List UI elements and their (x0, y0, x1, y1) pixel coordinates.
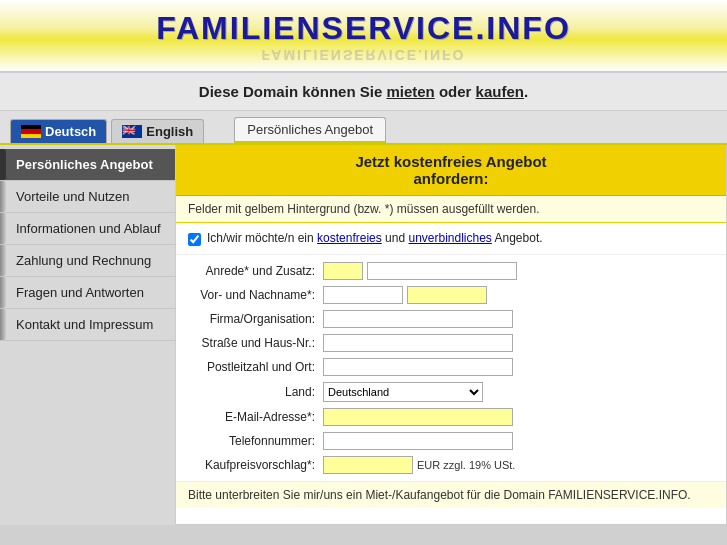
header-title: FAMILIENSERVICE.INFO (0, 10, 727, 47)
plz-input[interactable] (323, 358, 513, 376)
sidebar-item-payment[interactable]: Zahlung und Rechnung (0, 245, 175, 277)
preis-fields: EUR zzgl. 19% USt. (323, 456, 714, 474)
plz-fields (323, 358, 714, 376)
telefon-row: Telefonnummer: (188, 429, 714, 453)
firma-input[interactable] (323, 310, 513, 328)
firma-row: Firma/Organisation: (188, 307, 714, 331)
firma-fields (323, 310, 714, 328)
name-label: Vor- und Nachname*: (188, 288, 323, 302)
tagline-text-after: . (524, 83, 528, 100)
preis-label: Kaufpreisvorschlag*: (188, 458, 323, 472)
email-row: E-Mail-Adresse*: (188, 405, 714, 429)
zusatz-input[interactable] (367, 262, 517, 280)
kaufen-link[interactable]: kaufen (476, 83, 524, 100)
sidebar-item-personal-offer-label: Persönliches Angebot (16, 157, 153, 172)
tab-personal-offer[interactable]: Persönliches Angebot (234, 117, 386, 143)
tab-german-label: Deutsch (45, 124, 96, 139)
anrede-input[interactable] (323, 262, 363, 280)
telefon-fields (323, 432, 714, 450)
tagline-text-middle: oder (435, 83, 476, 100)
flag-de-icon (21, 125, 41, 138)
telefon-input[interactable] (323, 432, 513, 450)
header-reflection: FAMILIENSERVICE.INFO (0, 47, 727, 63)
strasse-input[interactable] (323, 334, 513, 352)
sidebar-item-contact[interactable]: Kontakt und Impressum (0, 309, 175, 341)
anrede-label: Anrede* und Zusatz: (188, 264, 323, 278)
form-header-line1: Jetzt kostenfreies Angebot (355, 153, 546, 170)
sidebar-item-info-label: Informationen und Ablauf (16, 221, 161, 236)
preis-suffix: EUR zzgl. 19% USt. (417, 459, 515, 471)
sidebar-item-advantages-label: Vorteile und Nutzen (16, 189, 129, 204)
land-select[interactable]: Deutschland Österreich Schweiz (323, 382, 483, 402)
flag-en-icon (122, 125, 142, 138)
kostenfreies-link[interactable]: kostenfreies (317, 231, 382, 245)
tab-english-label: English (146, 124, 193, 139)
mieten-link[interactable]: mieten (386, 83, 434, 100)
form-header: Jetzt kostenfreies Angebot anfordern: (176, 145, 726, 196)
tab-german[interactable]: Deutsch (10, 119, 107, 143)
sidebar-item-info[interactable]: Informationen und Ablauf (0, 213, 175, 245)
form-header-line2: anfordern: (414, 170, 489, 187)
site-header: FAMILIENSERVICE.INFO FAMILIENSERVICE.INF… (0, 0, 727, 73)
sidebar-item-contact-label: Kontakt und Impressum (16, 317, 153, 332)
nachname-input[interactable] (407, 286, 487, 304)
land-fields: Deutschland Österreich Schweiz (323, 382, 714, 402)
tagline-text-before: Diese Domain können Sie (199, 83, 387, 100)
sidebar-item-personal-offer[interactable]: Persönliches Angebot (0, 149, 175, 181)
form-info-box: Felder mit gelbem Hintergrund (bzw. *) m… (176, 196, 726, 223)
vorname-input[interactable] (323, 286, 403, 304)
preis-input[interactable] (323, 456, 413, 474)
email-label: E-Mail-Adresse*: (188, 410, 323, 424)
consent-checkbox[interactable] (188, 233, 201, 246)
strasse-label: Straße und Haus-Nr.: (188, 336, 323, 350)
telefon-label: Telefonnummer: (188, 434, 323, 448)
unverbindliches-link[interactable]: unverbindliches (408, 231, 491, 245)
plz-label: Postleitzahl und Ort: (188, 360, 323, 374)
sidebar: Persönliches Angebot Vorteile und Nutzen… (0, 145, 175, 525)
anrede-fields (323, 262, 714, 280)
content-panel: Jetzt kostenfreies Angebot anfordern: Fe… (175, 145, 727, 525)
name-fields (323, 286, 714, 304)
land-label: Land: (188, 385, 323, 399)
strasse-fields (323, 334, 714, 352)
bottom-text-content: Bitte unterbreiten Sie mir/uns ein Miet-… (188, 488, 691, 502)
consent-row: Ich/wir möchte/n ein kostenfreies und un… (176, 223, 726, 255)
tab-personal-offer-label: Persönliches Angebot (247, 122, 373, 137)
main-layout: Persönliches Angebot Vorteile und Nutzen… (0, 145, 727, 525)
form-info-text: Felder mit gelbem Hintergrund (bzw. *) m… (188, 202, 540, 216)
sidebar-item-advantages[interactable]: Vorteile und Nutzen (0, 181, 175, 213)
name-row: Vor- und Nachname*: (188, 283, 714, 307)
tab-english[interactable]: English (111, 119, 204, 143)
form-bottom-text: Bitte unterbreiten Sie mir/uns ein Miet-… (176, 481, 726, 508)
form-fields: Anrede* und Zusatz: Vor- und Nachname*: … (176, 255, 726, 481)
tagline-bar: Diese Domain können Sie mieten oder kauf… (0, 73, 727, 111)
consent-text: Ich/wir möchte/n ein kostenfreies und un… (207, 231, 543, 245)
email-input[interactable] (323, 408, 513, 426)
anrede-row: Anrede* und Zusatz: (188, 259, 714, 283)
sidebar-item-faq[interactable]: Fragen und Antworten (0, 277, 175, 309)
land-row: Land: Deutschland Österreich Schweiz (188, 379, 714, 405)
strasse-row: Straße und Haus-Nr.: (188, 331, 714, 355)
plz-row: Postleitzahl und Ort: (188, 355, 714, 379)
sidebar-item-payment-label: Zahlung und Rechnung (16, 253, 151, 268)
preis-row: Kaufpreisvorschlag*: EUR zzgl. 19% USt. (188, 453, 714, 477)
sidebar-item-faq-label: Fragen und Antworten (16, 285, 144, 300)
email-fields (323, 408, 714, 426)
firma-label: Firma/Organisation: (188, 312, 323, 326)
